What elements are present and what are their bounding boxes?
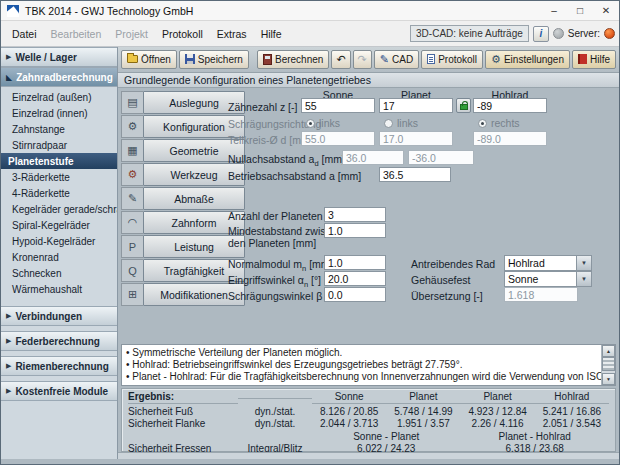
result-value: 8.126 / 20.85 [312, 406, 386, 417]
sidebar-item-3-raederkette[interactable]: 3-Räderkette [1, 169, 117, 185]
scroll-up-icon[interactable]: ▲ [602, 345, 615, 357]
result-row-name: Sicherheit Fuß [128, 406, 238, 417]
disk-icon [185, 54, 195, 64]
radio-hohlrad-rechts: rechts [478, 117, 520, 129]
nullachsabstand-1-field [342, 150, 404, 165]
cad-status-field: 3D-CAD: keine Aufträge [410, 25, 529, 42]
sidebar-item-zahnstange[interactable]: Zahnstange [1, 121, 117, 137]
anzahl-planeten-input[interactable] [324, 207, 386, 222]
chevron-right-icon: ▶ [6, 387, 11, 395]
geometrie-icon: ▦ [121, 139, 143, 162]
sidebar-item-hypoid-kegelraeder[interactable]: Hypoid-Kegelräder [1, 233, 117, 249]
menu-extras[interactable]: Extras [210, 25, 254, 43]
betriebsachsabstand-input[interactable] [379, 167, 451, 182]
abmasse-button[interactable]: Abmaße [143, 187, 245, 210]
scroll-down-icon[interactable]: ▼ [602, 373, 615, 385]
result-value: 2.26 / 4.116 [461, 418, 535, 429]
sidebar-item-4-raederkette[interactable]: 4-Räderkette [1, 185, 117, 201]
lock-button[interactable] [456, 98, 471, 113]
sidebar-item-einzelrad-aussen[interactable]: Einzelrad (außen) [1, 89, 117, 105]
uebersetzung-label: Übersetzung [-] [411, 290, 483, 302]
zaehnezahl-planet-input[interactable] [379, 98, 453, 113]
scroll-thumb[interactable] [602, 357, 615, 371]
result-value: 2.044 / 3.713 [312, 418, 386, 429]
chevron-right-icon: ▶ [6, 337, 11, 345]
minimize-button[interactable]: – [541, 1, 567, 20]
teilkreis-hohlrad-field [473, 131, 547, 146]
message-line: Planet - Hohlrad: Für die Tragfähigkeits… [126, 371, 597, 383]
section-title: Grundlegende Konfiguration eines Planete… [118, 73, 619, 89]
result-row-name: Sicherheit Flanke [128, 418, 238, 429]
sidebar-item-riemenberechnung[interactable]: ▶ Riemenberechnung [1, 356, 117, 376]
cad-button[interactable]: ✎ CAD [374, 50, 419, 69]
result-value: 5.748 / 14.99 [386, 406, 460, 417]
sidebar-item-kegelraeder[interactable]: Kegelräder gerade/schräg [1, 201, 117, 217]
results-header-planet2: Planet [461, 391, 535, 404]
eingriffswinkel-label: Eingriffswinkel αn [°] [228, 274, 321, 289]
gehaeusefest-select[interactable]: Sonne ▼ [504, 271, 592, 287]
info-button[interactable]: i [533, 26, 549, 42]
configuration-panel: ▤Auslegung ⚙Konfiguration ▦Geometrie ⚙We… [118, 88, 619, 342]
sidebar-item-kostenfreie-module[interactable]: ▶ Kostenfreie Module [1, 381, 117, 401]
mindestabstand-input[interactable] [324, 223, 386, 238]
auslegung-icon: ▤ [121, 91, 143, 114]
sidebar-item-planetenstufe[interactable]: Planetenstufe [1, 153, 117, 169]
help-button[interactable]: Hilfe [572, 50, 616, 69]
zaehnezahl-hohlrad-input[interactable] [473, 98, 547, 113]
chevron-right-icon: ▶ [6, 312, 11, 320]
menu-datei[interactable]: Datei [5, 25, 44, 43]
chevron-right-icon: ▶ [6, 53, 11, 61]
normalmodul-label: Normalmodul mn [mm] [228, 258, 333, 273]
nullachsabstand-2-field [408, 150, 474, 165]
save-button[interactable]: Speichern [179, 50, 249, 69]
sidebar-item-stirnradpaar[interactable]: Stirnradpaar [1, 137, 117, 153]
teilkreis-sonne-field [301, 131, 375, 146]
results-header-hohlrad: Hohlrad [535, 391, 609, 404]
normalmodul-input[interactable] [324, 255, 386, 270]
schraegungswinkel-input[interactable] [324, 287, 386, 302]
menu-protokoll[interactable]: Protokoll [155, 25, 210, 43]
modifikationen-icon: ⊞ [121, 283, 143, 306]
lock-icon [460, 104, 468, 110]
message-line: Symmetrische Verteilung der Planeten mög… [126, 347, 597, 359]
sidebar: ▶ Welle / Lager ◣ Zahnradberechnung Einz… [1, 47, 118, 459]
sidebar-item-waermehaushalt[interactable]: Wärmehaushalt [1, 281, 117, 297]
calculate-button[interactable]: Berechnen [257, 50, 329, 69]
folder-icon [127, 55, 138, 63]
chevron-down-icon[interactable]: ▼ [576, 272, 591, 286]
help-book-icon [578, 54, 587, 64]
eingriffswinkel-input[interactable] [324, 271, 386, 286]
sidebar-item-einzelrad-innen[interactable]: Einzelrad (innen) [1, 105, 117, 121]
antreibendes-rad-select[interactable]: Hohlrad ▼ [504, 255, 592, 271]
radio-icon [306, 119, 315, 128]
result-value: 2.051 / 3.543 [535, 418, 609, 429]
message-scrollbar[interactable]: ▲ ▼ [601, 345, 615, 385]
maximize-button[interactable]: □ [567, 1, 593, 20]
menu-hilfe[interactable]: Hilfe [254, 25, 289, 43]
sidebar-item-kronenrad[interactable]: Kronenrad [1, 249, 117, 265]
results-header-planet1: Planet [386, 391, 460, 404]
tragfaehigkeit-icon: Q [121, 259, 143, 282]
sidebar-item-welle-lager[interactable]: ▶ Welle / Lager [1, 47, 117, 67]
window-title: TBK 2014 - GWJ Technology GmbH [25, 5, 541, 17]
sidebar-item-verbindungen[interactable]: ▶ Verbindungen [1, 306, 117, 326]
sidebar-item-federberechnung[interactable]: ▶ Federberechnung [1, 331, 117, 351]
close-button[interactable]: ✕ [593, 1, 619, 20]
anzahl-planeten-label: Anzahl der Planeten [-] [228, 210, 335, 222]
radio-icon [478, 119, 487, 128]
settings-button[interactable]: ⚙ Einstellungen [485, 50, 570, 69]
teilkreis-label: Teilkreis-Ø d [mm] [228, 134, 313, 146]
zahnform-icon: ◠ [121, 211, 143, 234]
zaehnezahl-sonne-input[interactable] [301, 98, 375, 113]
protocol-button[interactable]: Protokoll [421, 50, 483, 69]
chevron-down-icon[interactable]: ▼ [576, 256, 591, 270]
undo-button[interactable]: ↶ [331, 50, 350, 69]
pair-header-sonne-planet: Sonne - Planet [312, 431, 461, 442]
abmasse-icon: ✎ [121, 187, 143, 210]
sidebar-item-schnecken[interactable]: Schnecken [1, 265, 117, 281]
open-button[interactable]: Öffnen [121, 50, 177, 69]
results-header-sonne: Sonne [312, 391, 386, 404]
redo-button: ↷ [353, 50, 372, 69]
sidebar-item-zahnradberechnung[interactable]: ◣ Zahnradberechnung [1, 67, 117, 87]
sidebar-item-spiral-kegelraeder[interactable]: Spiral-Kegelräder [1, 217, 117, 233]
